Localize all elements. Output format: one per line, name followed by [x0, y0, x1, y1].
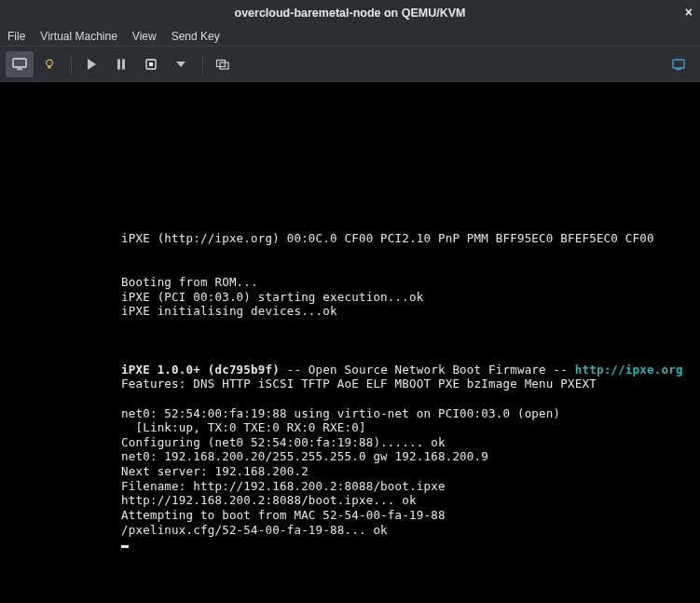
- svg-rect-5: [117, 59, 120, 69]
- console-line: iPXE (PCI 00:03.0) starting execution...…: [121, 290, 423, 304]
- show-details-button[interactable]: [35, 51, 63, 77]
- menu-send-key[interactable]: Send Key: [172, 30, 220, 43]
- menu-file[interactable]: File: [7, 30, 25, 43]
- console-line: Next server: 192.168.200.2: [121, 464, 309, 478]
- console-line: [Link:up, TX:0 TXE:0 RX:0 RXE:0]: [121, 420, 366, 434]
- console-line: -- Open Source Network Boot Firmware --: [280, 363, 575, 377]
- console-line: net0: 52:54:00:fa:19:88 using virtio-net…: [121, 406, 560, 420]
- svg-marker-9: [176, 62, 185, 67]
- svg-rect-12: [673, 60, 684, 68]
- console-line: iPXE initialising devices...ok: [121, 304, 337, 318]
- menu-virtual-machine[interactable]: Virtual Machine: [40, 30, 117, 43]
- toolbar-separator: [202, 54, 203, 75]
- fullscreen-button[interactable]: [665, 51, 693, 77]
- svg-marker-4: [88, 59, 96, 70]
- pause-button[interactable]: [107, 51, 135, 77]
- window-title: overcloud-baremetal-node on QEMU/KVM: [235, 7, 466, 20]
- snapshots-button[interactable]: [209, 51, 237, 77]
- close-icon[interactable]: ×: [685, 6, 693, 19]
- console-line: Attempting to boot from MAC 52-54-00-fa-…: [121, 508, 446, 522]
- play-icon: [84, 57, 99, 72]
- chevron-down-icon: [173, 57, 188, 72]
- svg-rect-10: [217, 60, 226, 66]
- cursor-icon: [121, 545, 129, 548]
- console-line: iPXE 1.0.0+ (dc795b9f): [121, 363, 280, 377]
- lightbulb-icon: [42, 57, 57, 72]
- pause-icon: [114, 57, 129, 72]
- svg-rect-11: [220, 62, 228, 69]
- play-button[interactable]: [77, 51, 105, 77]
- svg-point-2: [47, 60, 53, 66]
- svg-rect-6: [122, 59, 125, 69]
- console-line: Features: DNS HTTP iSCSI TFTP AoE ELF MB…: [121, 377, 597, 391]
- shutdown-menu-button[interactable]: [167, 51, 195, 77]
- monitor-icon: [12, 57, 27, 72]
- window-titlebar: overcloud-baremetal-node on QEMU/KVM ×: [0, 0, 700, 26]
- console-line: Configuring (net0 52:54:00:fa:19:88)....…: [121, 435, 446, 449]
- console-line: /pxelinux.cfg/52-54-00-fa-19-88... ok: [121, 523, 388, 537]
- svg-rect-3: [48, 66, 51, 69]
- menubar: File Virtual Machine View Send Key: [0, 26, 700, 47]
- fullscreen-icon: [671, 57, 686, 72]
- toolbar: [0, 47, 700, 82]
- svg-rect-1: [17, 68, 22, 69]
- stop-icon: [144, 57, 158, 72]
- menu-view[interactable]: View: [132, 30, 157, 43]
- show-console-button[interactable]: [6, 51, 34, 77]
- console-line: http://192.168.200.2:8088/boot.ipxe... o…: [121, 493, 417, 507]
- console-line: net0: 192.168.200.20/255.255.255.0 gw 19…: [121, 449, 488, 463]
- console-line: Booting from ROM...: [121, 275, 258, 289]
- shutdown-button[interactable]: [137, 51, 165, 77]
- toolbar-separator: [71, 54, 72, 75]
- console-line: iPXE (http://ipxe.org) 00:0C.0 CF00 PCI2…: [121, 231, 654, 245]
- svg-rect-13: [677, 69, 681, 70]
- svg-rect-0: [13, 59, 26, 67]
- snapshot-icon: [215, 57, 230, 72]
- vm-console[interactable]: iPXE (http://ipxe.org) 00:0C.0 CF00 PCI2…: [0, 82, 700, 603]
- console-line: Filename: http://192.168.200.2:8088/boot…: [121, 479, 446, 493]
- svg-rect-8: [149, 62, 153, 66]
- ipxe-link: http://ipxe.org: [575, 363, 683, 377]
